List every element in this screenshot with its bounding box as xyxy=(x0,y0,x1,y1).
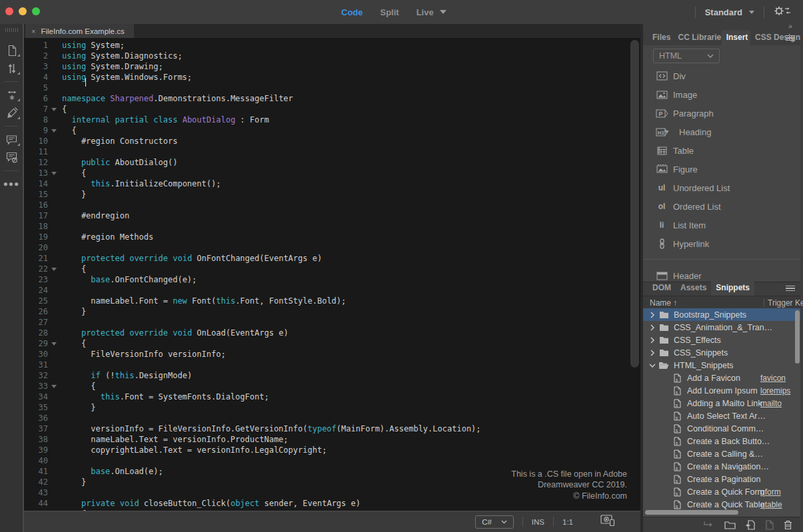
view-mode-live[interactable]: Live xyxy=(416,7,434,17)
snippet-file-create-a-quick-table[interactable]: sCreate a Quick Tableqtable xyxy=(643,498,800,511)
insert-item-image[interactable]: Image xyxy=(643,85,800,104)
code-line-3[interactable]: 3using System.Drawing; xyxy=(24,61,481,72)
wrap-tag-button[interactable] xyxy=(0,86,24,104)
tab-cc-librarie[interactable]: CC Librarie xyxy=(674,30,722,45)
zoom-window-button[interactable] xyxy=(32,7,40,15)
code-line-21[interactable]: 21 protected override void OnFontChanged… xyxy=(24,253,481,264)
snippet-file-conditional-comm-[interactable]: sConditional Comm… xyxy=(643,422,800,435)
code-line-12[interactable]: 12 public AboutDialog() xyxy=(24,157,481,168)
code-line-29[interactable]: 29 { xyxy=(24,338,481,349)
insert-item-figure[interactable]: Figure xyxy=(643,160,800,178)
code-line-44[interactable]: 44 private void closeButton_Click(object… xyxy=(24,498,481,509)
code-line-23[interactable]: 23 base.OnFontChanged(e); xyxy=(24,274,481,285)
snippet-file-create-a-quick-form[interactable]: sCreate a Quick Formqform xyxy=(643,485,800,498)
code-line-7[interactable]: 7{ xyxy=(24,104,481,115)
snippet-file-add-a-favicon[interactable]: sAdd a Faviconfavicon xyxy=(643,372,800,384)
minimize-window-button[interactable] xyxy=(19,7,27,15)
code-line-30[interactable]: 30 FileVersionInfo versionInfo; xyxy=(24,349,481,360)
code-line-36[interactable]: 36 xyxy=(24,413,481,423)
snippet-file-auto-select-text-ar-[interactable]: sAuto Select Text Ar… xyxy=(643,409,800,422)
insert-item-paragraph[interactable]: PParagraph xyxy=(643,104,800,123)
code-line-11[interactable]: 11 xyxy=(24,146,481,157)
remove-comment-button[interactable] xyxy=(0,148,24,166)
code-line-41[interactable]: 41 base.OnLoad(e); xyxy=(24,466,481,477)
view-mode-split[interactable]: Split xyxy=(381,7,399,17)
more-options-button[interactable]: ●●● xyxy=(0,179,23,188)
code-line-17[interactable]: 17 #endregion xyxy=(24,210,481,221)
code-line-43[interactable]: 43 xyxy=(24,487,481,498)
heading-dropdown-icon[interactable] xyxy=(664,131,669,133)
tab-snippets[interactable]: Snippets xyxy=(711,280,754,296)
code-line-19[interactable]: 19 #region Methods xyxy=(24,232,481,242)
code-fold-icon[interactable] xyxy=(48,381,62,392)
live-dropdown-icon[interactable] xyxy=(440,10,446,14)
code-line-38[interactable]: 38 nameLabel.Text = versionInfo.ProductN… xyxy=(24,434,481,445)
snippet-folder-css-animation-tran-[interactable]: CSS_Animation_&_Tran… xyxy=(643,321,800,334)
code-line-10[interactable]: 10 #region Constructors xyxy=(24,136,481,146)
code-line-8[interactable]: 8 internal partial class AboutDialog : F… xyxy=(24,115,481,125)
code-line-9[interactable]: 9 { xyxy=(24,125,481,136)
snippet-folder-css-effects[interactable]: CSS_Effects xyxy=(643,334,800,346)
code-line-14[interactable]: 14 this.InitializeComponent(); xyxy=(24,178,481,189)
code-line-20[interactable]: 20 xyxy=(24,242,481,253)
insert-item-div[interactable]: Div xyxy=(643,67,800,85)
snippet-file-create-a-back-butto-[interactable]: sCreate a Back Butto… xyxy=(643,435,800,447)
insert-item-hyperlink[interactable]: Hyperlink xyxy=(643,234,800,253)
code-line-28[interactable]: 28 protected override void OnLoad(EventA… xyxy=(24,328,481,338)
snippet-folder-css-snippets[interactable]: CSS_Snippets xyxy=(643,346,800,359)
workspace-dropdown[interactable]: Standard xyxy=(705,7,742,17)
view-mode-code[interactable]: Code xyxy=(341,7,363,17)
apply-comment-button[interactable] xyxy=(0,131,24,148)
snippets-hscrollbar-thumb[interactable] xyxy=(645,510,738,515)
insert-item-list-item[interactable]: liList Item xyxy=(643,216,800,234)
tab-assets[interactable]: Assets xyxy=(676,280,711,296)
toolbar-grip[interactable] xyxy=(4,28,19,32)
language-dropdown[interactable]: C# xyxy=(475,515,514,529)
panel-menu-icon[interactable] xyxy=(786,284,795,293)
new-folder-icon[interactable] xyxy=(724,521,736,529)
code-fold-icon[interactable] xyxy=(48,168,62,178)
insert-snippet-icon[interactable] xyxy=(704,521,714,529)
snippet-file-create-a-calling-[interactable]: sCreate a Calling &… xyxy=(643,447,800,460)
code-fold-icon[interactable] xyxy=(48,104,62,115)
insert-item-heading[interactable]: H1Heading xyxy=(643,123,800,141)
document-tab[interactable]: × FileInfo.com Example.cs xyxy=(25,24,134,38)
code-line-4[interactable]: 4using System.Windows.Forms; xyxy=(24,72,481,83)
delete-snippet-icon[interactable] xyxy=(784,520,792,530)
tab-insert[interactable]: Insert xyxy=(722,30,750,45)
code-line-33[interactable]: 33 { xyxy=(24,381,481,392)
chevron-down-icon[interactable] xyxy=(647,364,658,368)
editor-scrollbar-thumb[interactable] xyxy=(630,40,639,368)
code-line-40[interactable]: 40 xyxy=(24,455,481,466)
code-line-32[interactable]: 32 if (!this.DesignMode) xyxy=(24,370,481,381)
code-line-18[interactable]: 18 xyxy=(24,221,481,232)
code-line-6[interactable]: 6namespace Sharpened.Demonstrations.Mess… xyxy=(24,93,481,104)
code-line-26[interactable]: 26 } xyxy=(24,306,481,317)
format-source-button[interactable] xyxy=(0,104,24,122)
sort-move-button[interactable] xyxy=(0,59,24,77)
code-line-37[interactable]: 37 versionInfo = FileVersionInfo.GetVers… xyxy=(24,423,481,434)
chevron-right-icon[interactable] xyxy=(647,337,658,344)
close-tab-icon[interactable]: × xyxy=(31,27,35,35)
code-line-42[interactable]: 42 } xyxy=(24,477,481,487)
code-line-22[interactable]: 22 { xyxy=(24,264,481,274)
panel-menu-icon[interactable] xyxy=(786,34,795,43)
code-fold-icon[interactable] xyxy=(48,338,62,349)
snippet-folder-bootstrap-snippets[interactable]: Bootstrap_Snippets xyxy=(643,308,800,321)
column-name[interactable]: Name ↑ xyxy=(650,298,677,308)
snippet-file-add-loreum-ipsum[interactable]: sAdd Loreum Ipsumloremips xyxy=(643,384,800,397)
code-fold-icon[interactable] xyxy=(48,125,62,136)
snippet-file-create-a-navigation-[interactable]: sCreate a Navigation… xyxy=(643,460,800,473)
code-line-31[interactable]: 31 xyxy=(24,360,481,370)
code-line-1[interactable]: 1using System; xyxy=(24,40,481,51)
code-line-5[interactable]: 5 xyxy=(24,83,481,93)
insert-item-header[interactable]: Header xyxy=(643,266,800,282)
workspace-settings-icon[interactable] xyxy=(774,5,791,19)
insert-item-unordered-list[interactable]: ulUnordered List xyxy=(643,178,800,197)
snippet-file-create-a-pagination[interactable]: sCreate a Pagination xyxy=(643,473,800,485)
code-line-35[interactable]: 35 } xyxy=(24,402,481,413)
code-line-39[interactable]: 39 copyrightLabel.Text = versionInfo.Leg… xyxy=(24,445,481,455)
insert-category-dropdown[interactable]: HTML xyxy=(653,49,720,63)
code-line-13[interactable]: 13 { xyxy=(24,168,481,178)
chevron-right-icon[interactable] xyxy=(647,324,658,331)
